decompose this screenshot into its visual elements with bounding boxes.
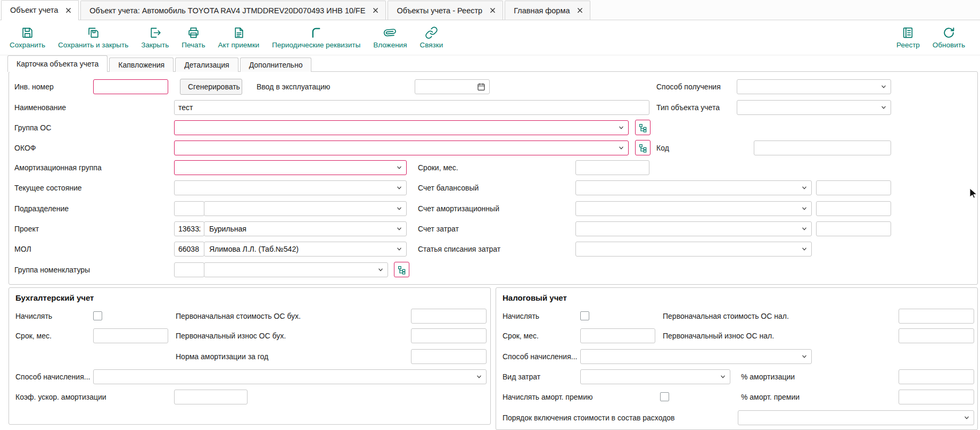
chevron-down-icon — [396, 164, 403, 171]
chevron-down-icon — [801, 205, 808, 212]
initial-wear-tax-input[interactable] — [899, 328, 974, 343]
tab-label: Объект учета: Автомобиль TOYOTA RAV4 JTM… — [89, 6, 365, 15]
depreciation-group-select[interactable] — [174, 160, 407, 175]
save-and-close-button[interactable]: Сохранить и закрыть — [52, 26, 135, 49]
chevron-down-icon — [719, 373, 727, 381]
depreciation-group-label: Амортизационная группа — [14, 160, 102, 175]
tab-label: Объекты учета - Реестр — [397, 6, 482, 15]
cost-writeoff-item-select[interactable] — [575, 242, 812, 257]
division-select[interactable] — [204, 201, 407, 216]
print-icon — [187, 26, 200, 39]
chevron-down-icon — [963, 414, 970, 421]
depreciation-account-extra-input[interactable] — [816, 201, 891, 216]
chevron-down-icon — [801, 225, 808, 233]
nomenclature-group-tree-button[interactable] — [394, 262, 409, 277]
accrue-premium-checkbox[interactable] — [660, 392, 669, 401]
name-label: Наименование — [14, 100, 66, 115]
acceptance-act-button[interactable]: Акт приемки — [212, 26, 266, 49]
subtab-detail[interactable]: Детализация — [175, 57, 238, 72]
calendar-icon[interactable] — [476, 82, 486, 92]
annual-rate-label: Норма амортизации за год — [176, 349, 268, 364]
save-close-icon — [87, 26, 100, 39]
project-code-input[interactable] — [174, 221, 204, 236]
links-button[interactable]: Связки — [413, 26, 449, 49]
tab-close-icon[interactable] — [373, 7, 378, 13]
initial-wear-acc-input[interactable] — [411, 328, 487, 343]
window-tab-bar: Объект учета Объект учета: Автомобиль TO… — [0, 0, 980, 20]
annual-rate-input[interactable] — [411, 349, 487, 364]
chevron-down-icon — [396, 245, 403, 253]
refresh-icon — [942, 26, 956, 39]
premium-percent-input[interactable] — [899, 390, 974, 404]
project-select[interactable]: Бурильная — [204, 221, 407, 236]
subtab-object-card[interactable]: Карточка объекта учета — [7, 55, 108, 72]
current-state-select[interactable] — [174, 180, 407, 195]
mol-select[interactable]: Ялимова Л.Л. (Таб.№542) — [204, 242, 407, 257]
term-tax-input[interactable] — [580, 328, 655, 343]
accrue-premium-label: Начислять аморт. премию — [503, 390, 592, 404]
nomenclature-group-select[interactable] — [204, 262, 388, 277]
mol-code-input[interactable] — [174, 242, 204, 257]
commissioning-date-input[interactable] — [415, 79, 490, 94]
chevron-down-icon — [475, 373, 483, 381]
tab-main-form[interactable]: Главная форма — [505, 1, 590, 20]
subtab-additional[interactable]: Дополнительно — [240, 57, 312, 72]
subtab-capex[interactable]: Капвложения — [109, 57, 174, 72]
subtab-bar: Карточка объекта учета Капвложения Детал… — [7, 55, 311, 72]
accrual-method-tax-select[interactable] — [580, 349, 812, 364]
object-type-select[interactable] — [737, 100, 891, 115]
accrue-tax-checkbox[interactable] — [580, 311, 589, 320]
okof-select[interactable] — [174, 140, 629, 155]
os-group-select[interactable] — [174, 120, 629, 135]
initial-cost-tax-input[interactable] — [899, 309, 974, 324]
initial-cost-acc-input[interactable] — [411, 309, 487, 324]
periodic-requisites-button[interactable]: Периодические реквизиты — [266, 26, 367, 49]
term-acc-input[interactable] — [93, 328, 168, 343]
chevron-down-icon — [396, 184, 403, 192]
save-button[interactable]: Сохранить — [3, 26, 52, 49]
tab-object-toyota[interactable]: Объект учета: Автомобиль TOYOTA RAV4 JTM… — [80, 1, 386, 20]
toolbar: Сохранить Сохранить и закрыть Закрыть Пе… — [0, 20, 980, 55]
refresh-button[interactable]: Обновить — [926, 26, 971, 49]
division-code-input[interactable] — [174, 201, 204, 216]
name-input[interactable] — [174, 100, 649, 115]
cost-inclusion-order-select[interactable] — [738, 410, 974, 425]
initial-cost-acc-label: Первоначальная стоимость ОС бух. — [176, 309, 301, 324]
nomenclature-group-code-input[interactable] — [174, 262, 204, 277]
generate-button[interactable]: Сгенерировать — [180, 79, 242, 95]
close-button[interactable]: Закрыть — [135, 26, 175, 49]
depreciation-account-select[interactable] — [575, 201, 812, 216]
cost-writeoff-item-label: Статья списания затрат — [418, 242, 500, 257]
code-input[interactable] — [754, 140, 891, 155]
tab-close-icon[interactable] — [577, 7, 583, 13]
tax-panel: Налоговый учет Начислять Первоначальная … — [496, 287, 978, 430]
balance-account-extra-input[interactable] — [816, 180, 891, 195]
os-group-tree-button[interactable] — [635, 120, 650, 135]
initial-wear-tax-label: Первоначальный износ ОС нал. — [663, 328, 774, 343]
cost-account-extra-input[interactable] — [816, 221, 891, 236]
mouse-cursor — [968, 187, 979, 199]
accrual-method-acc-select[interactable] — [93, 369, 487, 384]
acceleration-coef-input[interactable] — [174, 390, 248, 404]
tab-objects-registry[interactable]: Объекты учета - Реестр — [388, 1, 503, 20]
okof-tree-button[interactable] — [635, 140, 650, 155]
print-button[interactable]: Печать — [175, 26, 211, 49]
initial-wear-acc-label: Первоначальный износ ОС бух. — [176, 328, 286, 343]
tab-object-card[interactable]: Объект учета — [1, 0, 79, 20]
attachments-button[interactable]: Вложения — [367, 26, 413, 49]
balance-account-select[interactable] — [575, 180, 812, 195]
accrue-label: Начислять — [15, 309, 52, 324]
cost-type-select[interactable] — [580, 369, 730, 384]
cost-account-select[interactable] — [575, 221, 812, 236]
inv-number-input[interactable] — [93, 79, 168, 94]
registry-button[interactable]: Реестр — [890, 26, 926, 49]
commissioning-label: Ввод в эксплуатацию — [257, 79, 330, 94]
accrue-checkbox[interactable] — [93, 311, 102, 320]
terms-input[interactable] — [575, 160, 649, 175]
os-group-label: Группа ОС — [14, 120, 51, 135]
tax-panel-title: Налоговый учет — [503, 293, 567, 302]
tab-close-icon[interactable] — [65, 7, 71, 13]
depreciation-percent-input[interactable] — [899, 369, 974, 384]
receipt-method-select[interactable] — [737, 79, 891, 94]
tab-close-icon[interactable] — [490, 7, 496, 13]
